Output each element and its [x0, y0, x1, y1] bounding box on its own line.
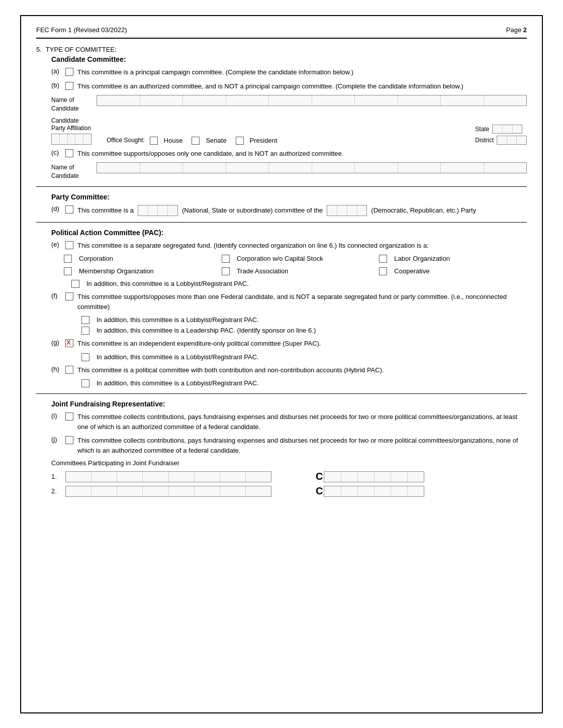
subsection-j: (j) This committee collects contribution…	[51, 436, 527, 455]
c-field-2[interactable]	[324, 486, 424, 497]
label-cooperative: Cooperative	[394, 267, 429, 275]
party-text1: This committee is a	[77, 206, 134, 214]
label-d: (d)	[51, 205, 65, 213]
checkbox-corporation[interactable]	[64, 255, 72, 263]
name-candidate-row2: Name ofCandidate	[51, 162, 527, 180]
form-header: FEC Form 1 (Revised 03/2022) Page 2	[36, 26, 527, 39]
pac-option-corporation: Corporation	[64, 254, 212, 263]
text-a: This committee is a principal campaign c…	[77, 67, 527, 77]
checkbox-house[interactable]	[150, 137, 158, 145]
party-text2: (National, State or subordinate) committ…	[182, 206, 323, 214]
subsection-b: (b) This committee is an authorized comm…	[51, 81, 527, 91]
divider1	[36, 186, 527, 187]
pac-option-corp-no-stock: Corporation w/o Capital Stock	[222, 254, 369, 263]
state-district-fields: State District	[475, 125, 527, 145]
name-candidate-row1: Name ofCandidate	[51, 95, 527, 113]
text-lobbyist-h: In addition, this committee is a Lobbyis…	[97, 379, 259, 387]
checkbox-g[interactable]	[65, 339, 73, 347]
checkbox-i[interactable]	[65, 412, 73, 421]
joint-row-2: 2. C	[51, 485, 527, 497]
checkbox-b[interactable]	[65, 82, 73, 90]
checkbox-e[interactable]	[65, 241, 73, 249]
office-president: President	[236, 136, 277, 145]
label-b: (b)	[51, 81, 65, 89]
name-candidate-field2[interactable]	[97, 162, 527, 173]
text-b: This committee is an authorized committe…	[77, 81, 527, 91]
joint-fundraiser-table: 1. C	[51, 471, 527, 497]
name-candidate-label1: Name ofCandidate	[51, 95, 97, 113]
checkbox-h[interactable]	[65, 366, 73, 374]
district-field[interactable]	[497, 136, 527, 145]
president-label: President	[250, 137, 277, 144]
name-candidate-field1[interactable]	[97, 95, 527, 106]
label-j: (j)	[51, 436, 65, 443]
checkbox-senate[interactable]	[192, 137, 200, 145]
checkbox-f[interactable]	[65, 292, 73, 300]
label-c: (c)	[51, 149, 65, 156]
text-j: This committee collects contributions, p…	[77, 436, 527, 455]
text-lobbyist-f: In addition, this committee is a Lobbyis…	[97, 316, 259, 324]
checkbox-corp-no-stock[interactable]	[222, 255, 230, 263]
party-field1[interactable]	[138, 205, 178, 216]
divider2	[36, 222, 527, 223]
label-f: (f)	[51, 292, 65, 299]
pac-options: Corporation Corporation w/o Capital Stoc…	[64, 254, 527, 275]
senate-label: Senate	[206, 137, 226, 144]
checkbox-leadership-f[interactable]	[81, 327, 89, 335]
checkbox-labor[interactable]	[379, 255, 387, 263]
text-leadership-f: In addition, this committee is a Leaders…	[97, 327, 316, 334]
subsection-i: (i) This committee collects contribution…	[51, 412, 527, 432]
candidate-party-field[interactable]	[51, 134, 91, 145]
c-letter-2: C	[316, 485, 323, 497]
lobbyist-row-e: In addition, this committee is a Lobbyis…	[71, 279, 527, 288]
pac-heading: Political Action Committee (PAC):	[51, 229, 527, 237]
text-i: This committee collects contributions, p…	[77, 412, 527, 432]
checkbox-membership[interactable]	[64, 267, 72, 275]
label-corporation: Corporation	[79, 255, 113, 262]
district-label: District	[475, 137, 494, 144]
c-field-1[interactable]	[324, 471, 424, 482]
label-h: (h)	[51, 365, 65, 373]
party-committee-heading: Party Committee:	[51, 193, 527, 201]
checkbox-lobbyist-f[interactable]	[81, 316, 89, 324]
subsection-e: (e) This committee is a separate segrega…	[51, 241, 527, 251]
name-candidate-label2: Name ofCandidate	[51, 162, 97, 180]
checkbox-lobbyist-e[interactable]	[71, 280, 79, 288]
section5-number: 5.	[36, 46, 42, 53]
party-field2[interactable]	[327, 205, 367, 216]
checkbox-c[interactable]	[65, 149, 73, 157]
form-title: FEC Form 1 (Revised 03/2022)	[36, 26, 127, 34]
checkbox-j[interactable]	[65, 436, 73, 444]
checkbox-president[interactable]	[236, 137, 244, 145]
text-f: This committee supports/opposes more tha…	[77, 292, 527, 311]
office-options: House Senate President	[150, 136, 277, 145]
label-i: (i)	[51, 412, 65, 420]
joint-field-2[interactable]	[65, 486, 271, 497]
party-row-d: This committee is a (National, State or …	[77, 205, 527, 216]
subsection-h: (h) This committee is a political commit…	[51, 365, 527, 375]
state-label: State	[475, 126, 489, 133]
pac-option-trade: Trade Association	[222, 267, 369, 275]
checkbox-lobbyist-h[interactable]	[81, 379, 89, 387]
label-membership: Membership Organization	[79, 267, 154, 275]
text-h: This committee is a political committee …	[77, 365, 527, 375]
state-field[interactable]	[492, 125, 522, 134]
participating-label: Committees Participating in Joint Fundra…	[51, 459, 527, 467]
pac-option-membership: Membership Organization	[64, 267, 212, 275]
page-container: FEC Form 1 (Revised 03/2022) Page 2 5. T…	[20, 15, 543, 713]
joint-field-1[interactable]	[65, 471, 271, 482]
checkbox-lobbyist-g[interactable]	[81, 353, 89, 361]
c-box-2: C	[316, 485, 424, 497]
subsection-f: (f) This committee supports/opposes more…	[51, 292, 527, 311]
office-senate: Senate	[192, 136, 226, 145]
pac-option-cooperative: Cooperative	[379, 267, 527, 275]
lobbyist-row-g: In addition, this committee is a Lobbyis…	[81, 353, 527, 361]
subsection-c: (c) This committee supports/opposes only…	[51, 149, 527, 159]
checkbox-trade[interactable]	[222, 267, 230, 275]
joint-num-2: 2.	[51, 487, 61, 495]
checkbox-a[interactable]	[65, 68, 73, 76]
section5-header: 5. TYPE OF COMMITTEE:	[36, 46, 527, 53]
checkbox-d[interactable]	[65, 205, 73, 214]
checkbox-cooperative[interactable]	[379, 267, 387, 275]
text-e: This committee is a separate segregated …	[77, 241, 527, 251]
